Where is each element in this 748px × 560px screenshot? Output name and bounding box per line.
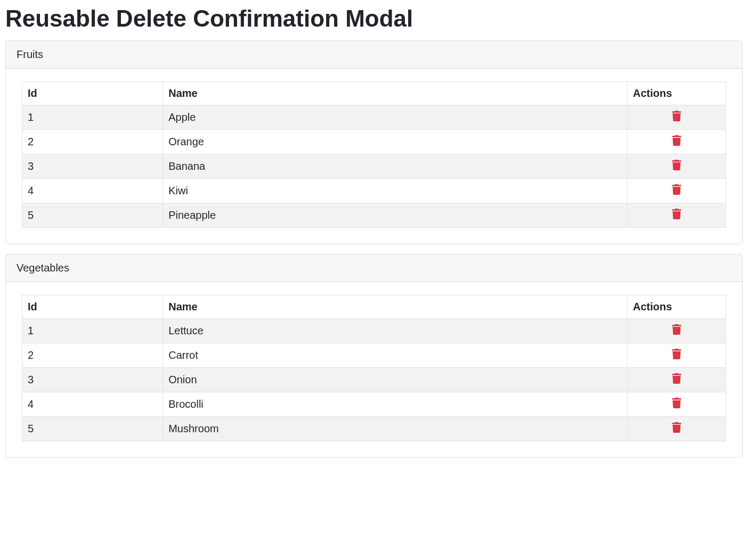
cell-actions [628, 417, 726, 441]
cell-id: 3 [22, 154, 163, 179]
trash-icon [672, 135, 681, 146]
table-row: 4 Brocolli [22, 392, 726, 417]
cell-actions [628, 368, 726, 392]
cell-actions [628, 105, 726, 130]
col-header-name: Name [163, 295, 628, 319]
cell-name: Orange [163, 130, 628, 154]
col-header-actions: Actions [628, 82, 726, 105]
data-table: Id Name Actions 1 Apple 2 O [22, 81, 726, 228]
trash-icon [672, 324, 681, 335]
cell-actions [628, 343, 726, 368]
col-header-name: Name [163, 82, 628, 105]
col-header-actions: Actions [628, 295, 726, 319]
cell-actions [628, 203, 726, 228]
cell-id: 3 [22, 368, 163, 392]
cell-id: 5 [22, 417, 163, 441]
trash-icon [672, 160, 681, 170]
trash-icon [672, 349, 681, 359]
cell-actions [628, 130, 726, 154]
cell-name: Brocolli [163, 392, 628, 417]
delete-button[interactable] [672, 373, 681, 384]
table-row: 5 Mushroom [22, 417, 726, 441]
cell-id: 4 [22, 392, 163, 417]
cell-actions [628, 319, 726, 343]
cell-name: Pineapple [163, 203, 628, 228]
card-vegetables: Vegetables Id Name Actions 1 Lettuce [5, 254, 743, 458]
card-header: Fruits [6, 41, 742, 69]
delete-button[interactable] [672, 111, 681, 121]
delete-button[interactable] [672, 422, 681, 433]
table-row: 1 Lettuce [22, 319, 726, 343]
delete-button[interactable] [672, 398, 681, 408]
table-row: 4 Kiwi [22, 179, 726, 203]
table-row: 2 Carrot [22, 343, 726, 368]
cell-name: Apple [163, 105, 628, 130]
cell-name: Lettuce [163, 319, 628, 343]
trash-icon [672, 398, 681, 408]
delete-button[interactable] [672, 209, 681, 219]
card-header: Vegetables [6, 254, 742, 282]
table-row: 5 Pineapple [22, 203, 726, 228]
delete-button[interactable] [672, 184, 681, 195]
cell-id: 1 [22, 319, 163, 343]
cell-name: Carrot [163, 343, 628, 368]
table-row: 1 Apple [22, 105, 726, 130]
table-row: 3 Banana [22, 154, 726, 179]
cell-name: Banana [163, 154, 628, 179]
table-row: 2 Orange [22, 130, 726, 154]
delete-button[interactable] [672, 160, 681, 170]
cell-actions [628, 179, 726, 203]
table-row: 3 Onion [22, 368, 726, 392]
cell-actions [628, 392, 726, 417]
trash-icon [672, 373, 681, 384]
delete-button[interactable] [672, 324, 681, 335]
page-title: Reusable Delete Confirmation Modal [5, 5, 743, 32]
trash-icon [672, 184, 681, 195]
cell-id: 2 [22, 130, 163, 154]
cell-id: 2 [22, 343, 163, 368]
card-fruits: Fruits Id Name Actions 1 Apple [5, 40, 743, 244]
cell-name: Mushroom [163, 417, 628, 441]
col-header-id: Id [22, 295, 163, 319]
cell-name: Onion [163, 368, 628, 392]
trash-icon [672, 209, 681, 219]
data-table: Id Name Actions 1 Lettuce 2 [22, 295, 726, 441]
card-body: Id Name Actions 1 Lettuce 2 [6, 282, 742, 457]
cell-name: Kiwi [163, 179, 628, 203]
card-body: Id Name Actions 1 Apple 2 O [6, 69, 742, 244]
cell-id: 1 [22, 105, 163, 130]
col-header-id: Id [22, 82, 163, 105]
delete-button[interactable] [672, 135, 681, 146]
trash-icon [672, 111, 681, 121]
delete-button[interactable] [672, 349, 681, 359]
cell-id: 5 [22, 203, 163, 228]
cell-id: 4 [22, 179, 163, 203]
cell-actions [628, 154, 726, 179]
trash-icon [672, 422, 681, 433]
